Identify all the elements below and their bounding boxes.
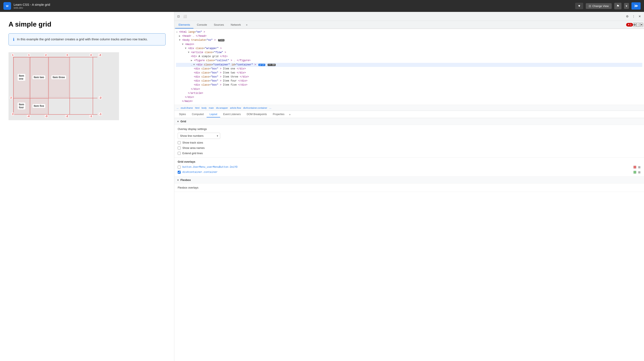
- html-line-close-article: </article>: [176, 91, 642, 95]
- devtools-settings-button[interactable]: ⚙: [633, 23, 636, 27]
- tab-dom-breakpoints[interactable]: DOM Breakpoints: [244, 111, 270, 117]
- flexbox-section-header[interactable]: ▼ Flexbox: [174, 177, 644, 183]
- div-overlay-label[interactable]: div#container.container: [182, 171, 632, 174]
- btn-overlay-checkbox[interactable]: [178, 166, 181, 169]
- terminal-button[interactable]: ≫: [632, 2, 640, 9]
- bc-main[interactable]: main: [208, 106, 214, 109]
- btn-overlay-label[interactable]: button.UserMenu_userMenuButton-2eiYO: [182, 166, 632, 169]
- sub-tab-more[interactable]: »: [287, 112, 292, 117]
- grid-num-rn2: -2: [98, 96, 102, 99]
- s0-badge: == $0: [268, 64, 276, 66]
- layout-panel: ▼ Grid Overlay display settings Show lin…: [174, 118, 644, 361]
- close-button[interactable]: ✕: [637, 14, 642, 19]
- bc-html[interactable]: html: [194, 106, 200, 109]
- bc-container[interactable]: div#container.container: [242, 106, 268, 109]
- grid-visualization: 1 2 3 -3 -2 -1 1 2 3 4 -4 -3 -2 -1: [8, 52, 119, 120]
- grid-overlays-section: Grid overlays button.UserMenu_userMenuBu…: [174, 158, 644, 177]
- overlay-item-btn: button.UserMenu_userMenuButton-2eiYO ⊞: [178, 165, 640, 169]
- top-bar: W Learn CSS - A simple grid web.dev ♥ ⊡ …: [0, 0, 644, 12]
- flexbox-section-body: Flexbox overlays: [174, 183, 644, 192]
- extend-grid-lines-checkbox[interactable]: [178, 152, 181, 155]
- grid-section-header[interactable]: ▼ Grid: [174, 118, 644, 125]
- main-layout: A simple grid ℹ In this example the grid…: [0, 12, 644, 361]
- dropdown-chevron-button[interactable]: ▾: [624, 3, 629, 9]
- grid-num-cn1: -1: [89, 115, 93, 118]
- page-sub: web.dev: [14, 6, 50, 9]
- bc-dots[interactable]: ...: [176, 106, 179, 109]
- div-overlay-grid-icon[interactable]: ⊞: [638, 171, 640, 174]
- grid-num-cn3: -3: [45, 115, 48, 118]
- tab-elements[interactable]: Elements: [175, 21, 194, 28]
- grid-outer: 1 2 3 -3 -2 -1 1 2 3 4 -4 -3 -2 -1: [8, 52, 119, 120]
- html-line-head: ▶ <head> … </head>: [176, 34, 642, 38]
- overlay-display-label: Overlay display settings: [178, 127, 640, 131]
- page-title: Learn CSS - A simple grid: [14, 3, 50, 6]
- html-tree: ◂ <html lang="en" > ▶ <head> … </head> ▼…: [174, 29, 644, 105]
- article-heading: A simple grid: [8, 20, 166, 28]
- tab-styles[interactable]: Styles: [176, 111, 189, 117]
- grid-vline-5: [93, 57, 93, 114]
- bc-body[interactable]: body: [201, 106, 207, 109]
- tab-sources[interactable]: Sources: [210, 21, 228, 28]
- grid-badge: grid: [258, 64, 265, 66]
- devtools-more-button[interactable]: ⋮: [636, 23, 640, 27]
- info-box: ℹ In this example the grid container cre…: [8, 33, 166, 45]
- show-area-names-label[interactable]: Show area names: [182, 146, 205, 149]
- show-track-sizes-label[interactable]: Show track sizes: [182, 141, 203, 144]
- btn-overlay-color[interactable]: [633, 166, 636, 169]
- grid-vline-4: [70, 57, 70, 114]
- settings-button[interactable]: ⚙: [625, 14, 630, 19]
- device-icon-button[interactable]: ⬜: [182, 14, 188, 19]
- extend-grid-lines-label[interactable]: Extend grid lines: [182, 152, 203, 155]
- devtools-tabs: Elements Console Sources Network » ✕1 ⚙ …: [174, 21, 644, 29]
- div-overlay-color[interactable]: [633, 171, 636, 174]
- show-track-sizes-checkbox[interactable]: [178, 141, 181, 144]
- html-line-close-main: </main>: [176, 99, 642, 103]
- html-line-box5: <div class="box" > Item five </div>: [176, 83, 642, 87]
- bookmark-button[interactable]: ⚑: [614, 3, 622, 9]
- grid-item-2: Item two: [30, 57, 48, 97]
- bc-more[interactable]: ...: [269, 106, 272, 109]
- info-text: In this example the grid container creat…: [17, 37, 148, 42]
- more-tabs-button[interactable]: »: [244, 21, 249, 28]
- grid-chevron-icon: ▼: [177, 120, 179, 123]
- html-line-box4: <div class="box" > Item four </div>: [176, 79, 642, 83]
- grid-item-1: Itemone: [14, 57, 29, 97]
- overlay-display-select[interactable]: Show line numbers Show track sizes Show …: [178, 133, 220, 139]
- grid-item-3: Item three: [49, 57, 69, 97]
- grid-num-c2: 2: [45, 53, 47, 56]
- extend-grid-lines-row: Extend grid lines: [178, 152, 640, 155]
- html-line-figure: ▶ <figure class="callout" > … </figure>: [176, 59, 642, 63]
- html-line-box1: <div class="box" > Item one </div>: [176, 67, 642, 71]
- bc-div-wrapper[interactable]: div.wrapper: [215, 106, 228, 109]
- html-line-container[interactable]: … ▼ <div class="container" id="container…: [176, 63, 642, 67]
- bc-article-flow[interactable]: article.flow: [229, 106, 242, 109]
- tab-console[interactable]: Console: [194, 21, 210, 28]
- tab-layout[interactable]: Layout: [206, 111, 220, 117]
- html-line-box3: <div class="box" > Item three </div>: [176, 75, 642, 79]
- title-block: Learn CSS - A simple grid web.dev: [14, 3, 50, 9]
- btn-overlay-grid-icon[interactable]: ⊞: [638, 165, 640, 169]
- change-view-button[interactable]: ⊡ Change View: [586, 3, 612, 9]
- flexbox-overlays-title: Flexbox overlays: [178, 186, 640, 189]
- page-content: A simple grid ℹ In this example the grid…: [0, 12, 174, 361]
- devtools-close-button[interactable]: ✕: [640, 23, 643, 27]
- html-line-wrapper: ▼ <div class="wrapper" >: [176, 46, 642, 50]
- tab-computed[interactable]: Computed: [189, 111, 206, 117]
- error-count-badge[interactable]: ✕1: [626, 23, 633, 26]
- heart-button[interactable]: ♥: [575, 3, 583, 9]
- tab-properties[interactable]: Properties: [270, 111, 288, 117]
- grid-num-c4: 4: [90, 53, 92, 56]
- show-area-names-checkbox[interactable]: [178, 146, 181, 149]
- tab-network[interactable]: Network: [228, 21, 244, 28]
- html-line-box2: <div class="box" > Item two </div>: [176, 71, 642, 75]
- grid-overlays-title: Grid overlays: [178, 160, 640, 163]
- div-overlay-checkbox[interactable]: [178, 171, 181, 174]
- bc-result-iframe[interactable]: esult-iframe: [180, 106, 194, 109]
- tab-event-listeners[interactable]: Event Listeners: [220, 111, 244, 117]
- grid-item-4: Itemfour: [14, 98, 29, 114]
- inspect-icon-button[interactable]: ⊡: [176, 14, 181, 19]
- show-area-names-row: Show area names: [178, 146, 640, 149]
- more-options-button[interactable]: ⋮: [631, 14, 636, 19]
- html-line-body: ▼ <body translate="no" > flex: [176, 38, 642, 42]
